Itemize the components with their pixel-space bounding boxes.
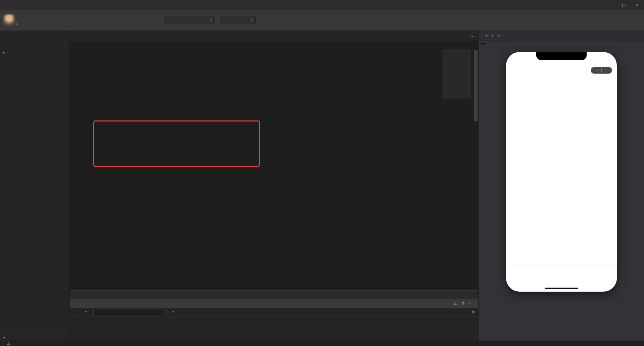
device-select[interactable]: ▾ (485, 34, 487, 37)
sidebar: ⋯ ▾ ▸ (0, 31, 70, 341)
explorer-header: ⋯ (0, 41, 69, 49)
chevron-down-icon: ▾ (2, 51, 5, 54)
close-button[interactable]: × (631, 0, 644, 10)
devtools-tabbar: ⚠ ⚙ ⋮ (70, 299, 478, 308)
tab-actions: ⋯ (465, 31, 475, 41)
log-levels-select[interactable]: ▾ (171, 310, 174, 313)
console-settings-icon[interactable]: ⚙ (472, 310, 475, 314)
console-context-select[interactable]: ▾ (84, 310, 87, 313)
warning-icon: ⚠ (7, 342, 10, 345)
menu-bar: ─ ▢ × (0, 0, 644, 10)
phone-notch (536, 52, 587, 60)
warning-icon: ⚠ (453, 302, 457, 305)
more-icon[interactable]: ⋯ (62, 43, 66, 47)
annotation-rectangle (93, 120, 260, 167)
avatar (3, 14, 15, 26)
chevron-down-icon: ▾ (498, 34, 499, 37)
minimap-viewport[interactable] (442, 49, 471, 99)
simulator-header: ▾ ▾ ▾ (479, 31, 644, 41)
warning-counter[interactable]: ⚠ (7, 342, 11, 345)
window-controls: ─ ▢ × (604, 0, 644, 10)
editor-region: ⋯ ⚠ ⚙ ⋮ (70, 31, 478, 341)
compile-mode-select[interactable]: ▾ (220, 16, 256, 24)
zoom-select[interactable]: ▾ (491, 34, 493, 37)
scrollbar-thumb[interactable] (474, 50, 478, 121)
console-output (70, 316, 478, 341)
console-filter-input[interactable] (93, 309, 164, 315)
console-toolbar: ▾ ▾ ⚙ (70, 308, 478, 316)
divider (80, 310, 80, 314)
status-left: ⚠ (0, 342, 16, 345)
debug-panel-tabs (70, 291, 478, 299)
chevron-down-icon: ▾ (492, 34, 493, 37)
activity-bar (0, 31, 69, 41)
minimize-button[interactable]: ─ (604, 0, 617, 10)
editor-scrollbar[interactable] (474, 49, 478, 290)
simulator-panel: ▾ ▾ ▾ ⋯ (478, 31, 644, 341)
divider (601, 68, 602, 72)
project-root[interactable]: ▾ (0, 49, 69, 56)
chevron-down-icon: ▾ (486, 34, 487, 37)
devtools-menu-icon[interactable]: ⋮ (468, 301, 472, 306)
wechat-devtools-window: ─ ▢ × ▾ ▾ ▾ ⋯ (0, 0, 644, 346)
devtools-status: ⚠ ⚙ ⋮ (449, 299, 475, 308)
chevron-down-icon: ▾ (210, 18, 212, 22)
user-avatar[interactable]: ▾ (3, 14, 18, 26)
more-actions-icon[interactable]: ⋯ (469, 33, 475, 39)
chevron-down-icon: ▾ (85, 310, 87, 313)
chevron-down-icon: ▾ (16, 22, 18, 26)
breadcrumb (70, 41, 478, 49)
miniprogram-capsule[interactable]: ⋯ (591, 67, 612, 74)
console-warning-count[interactable]: ⚠ (453, 302, 458, 305)
code-editor[interactable] (70, 49, 478, 290)
home-indicator (545, 288, 578, 289)
divider (167, 310, 167, 314)
devtools-settings-icon[interactable]: ⚙ (461, 301, 464, 306)
outline-section[interactable]: ▸ (0, 333, 69, 341)
maximize-button[interactable]: ▢ (617, 0, 631, 10)
mode-select[interactable]: ▾ (164, 16, 215, 24)
editor-tabbar: ⋯ (70, 31, 478, 41)
fontsize-select[interactable]: ▾ (497, 34, 499, 37)
chevron-right-icon: ▸ (3, 336, 6, 339)
toolbar: ▾ ▾ ▾ (0, 10, 644, 31)
debug-panel: ⚠ ⚙ ⋮ ▾ ▾ (70, 290, 478, 341)
phone-preview[interactable]: ⋯ (506, 52, 617, 292)
capsule-more-icon[interactable]: ⋯ (591, 68, 601, 72)
phone-tabbar (506, 265, 617, 284)
status-bar: ⚠ (0, 341, 644, 346)
render-mode-chip (481, 43, 485, 44)
chevron-down-icon: ▾ (172, 310, 174, 313)
file-tree (0, 56, 69, 333)
compile-controls: ▾ ▾ (164, 13, 261, 24)
chevron-down-icon: ▾ (251, 18, 253, 22)
